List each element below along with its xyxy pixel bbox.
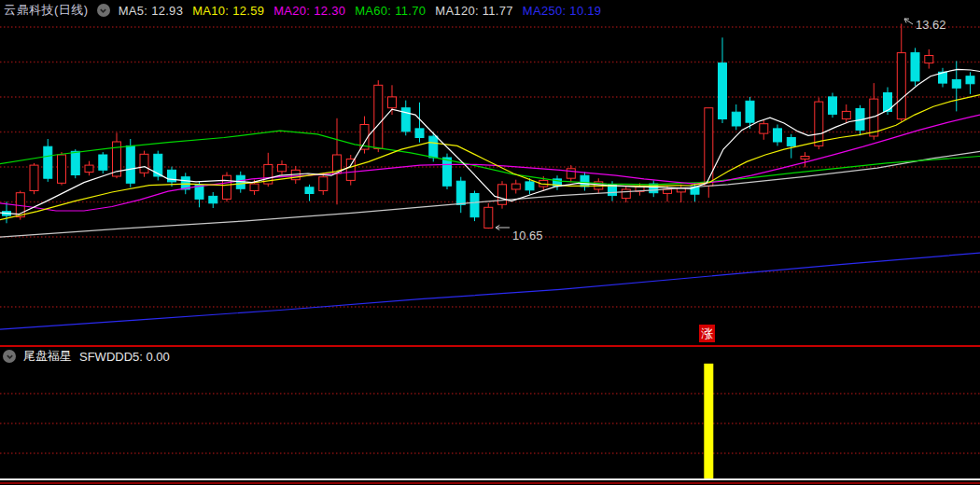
candle	[511, 180, 520, 194]
candle	[787, 134, 795, 159]
candle	[939, 68, 947, 88]
chevron-down-icon[interactable]	[3, 350, 16, 363]
ma-legend-item: MA250: 10.19	[523, 4, 602, 18]
candle	[636, 183, 644, 195]
chart-svg	[0, 0, 980, 485]
ma-legend: MA5: 12.93MA10: 12.59MA20: 12.30MA60: 11…	[119, 4, 602, 18]
candle	[319, 173, 328, 195]
indicator-name: 尾盘福星	[23, 348, 72, 365]
ma-legend-item: MA5: 12.93	[119, 4, 184, 18]
candle	[470, 191, 479, 222]
candle	[774, 125, 782, 146]
annotation-arrow	[496, 225, 510, 229]
ma-line-MA5	[0, 69, 980, 214]
stock-title: 云鼎科技(日线)	[4, 2, 89, 19]
price-annotation-low: 10.65	[512, 229, 543, 242]
candle	[581, 173, 589, 191]
candle	[85, 161, 93, 176]
candle	[553, 175, 562, 190]
candle	[209, 192, 217, 208]
chevron-down-icon[interactable]	[97, 4, 110, 17]
candle	[168, 167, 176, 187]
candle	[760, 120, 768, 140]
candle	[44, 139, 52, 182]
candle	[567, 165, 575, 183]
ma-line-MA250	[0, 253, 980, 329]
candle	[154, 151, 162, 181]
ma-legend-item: MA120: 11.77	[435, 4, 513, 18]
candle	[3, 201, 11, 223]
indicator-bar	[704, 364, 713, 479]
ma-legend-item: MA20: 12.30	[273, 4, 345, 18]
candle	[223, 173, 231, 202]
candle	[801, 152, 809, 167]
candle	[829, 93, 837, 118]
gridlines	[0, 27, 980, 453]
candle	[622, 186, 630, 202]
candle	[30, 163, 38, 194]
annotation-arrow	[904, 19, 913, 24]
candle	[374, 80, 383, 152]
candle	[278, 160, 287, 175]
candle	[842, 104, 850, 123]
candle	[705, 108, 713, 198]
price-annotation-high: 13.62	[916, 18, 946, 32]
candle	[140, 151, 148, 177]
main-panel-header: 云鼎科技(日线) MA5: 12.93MA10: 12.59MA20: 12.3…	[4, 2, 601, 19]
candles	[3, 24, 975, 229]
candle	[456, 177, 465, 214]
stock-chart-window: 云鼎科技(日线) MA5: 12.93MA10: 12.59MA20: 12.3…	[0, 0, 980, 485]
candle	[58, 152, 66, 186]
panel-divider	[0, 345, 980, 347]
ma-legend-item: MA10: 12.59	[192, 4, 264, 18]
sub-panel-header: 尾盘福星 SFWDDD5: 0.00	[3, 349, 170, 364]
candle	[966, 72, 974, 94]
ma-legend-item: MA60: 11.70	[355, 4, 426, 18]
candle	[677, 185, 685, 202]
candle	[952, 61, 960, 111]
candle	[897, 24, 905, 122]
candle	[484, 203, 493, 229]
signal-badge: 涨	[699, 325, 715, 342]
candle	[498, 181, 507, 209]
candle	[719, 37, 727, 123]
indicator-value: SFWDDD5: 0.00	[79, 350, 170, 364]
candle	[911, 48, 919, 86]
candle	[650, 180, 658, 197]
candle	[71, 149, 79, 178]
zero-baseline	[0, 478, 980, 480]
candle	[925, 49, 933, 69]
bottom-border	[0, 482, 980, 484]
candle	[305, 185, 314, 201]
candle	[333, 118, 342, 205]
chart-canvas[interactable]	[0, 0, 980, 485]
candle	[99, 152, 107, 173]
candle	[732, 104, 740, 130]
candle	[401, 101, 410, 136]
